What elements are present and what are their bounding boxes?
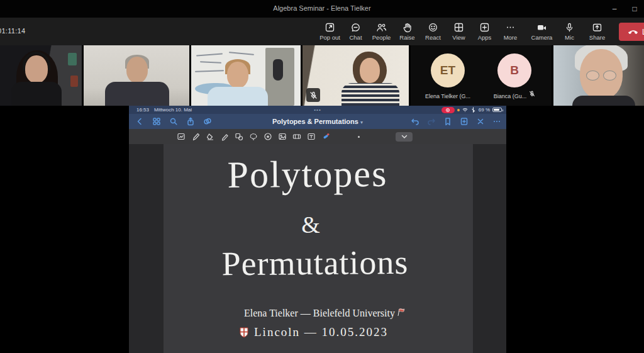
slide-title-line2: Permutations xyxy=(164,242,467,284)
highlighter-tool-button[interactable] xyxy=(220,132,229,141)
lasso-tool-button[interactable] xyxy=(249,132,258,141)
apps-button[interactable]: Apps xyxy=(473,20,496,43)
chevron-down-icon: ▾ xyxy=(360,120,363,125)
notes-app-navbar: Polytopes & Permutations ▾ xyxy=(129,114,506,129)
coat-decor xyxy=(273,59,283,81)
collapse-toolbar-button[interactable] xyxy=(396,132,413,142)
participant-video-2[interactable] xyxy=(84,45,189,106)
background-decor xyxy=(70,76,78,87)
view-icon xyxy=(453,22,464,33)
mic-off-icon xyxy=(309,91,318,99)
mic-off-icon xyxy=(529,91,535,97)
leave-button[interactable]: Leave xyxy=(619,23,644,41)
redo-button[interactable] xyxy=(427,117,436,126)
people-button[interactable]: People xyxy=(370,20,393,43)
close-button[interactable] xyxy=(476,117,485,126)
ipad-status-bar: 16:53 Mittwoch 10. Mai ••• 69 % xyxy=(129,106,506,114)
muted-indicator xyxy=(529,88,535,99)
shared-screen: 16:53 Mittwoch 10. Mai ••• 69 % Polytope… xyxy=(129,106,506,353)
window-title-bar: Algebra Seminar - Elena Tielker – □ xyxy=(0,0,644,18)
zoom-tool-button[interactable] xyxy=(177,132,186,141)
apps-icon xyxy=(479,22,490,33)
more-icon xyxy=(505,22,516,33)
participant-video-4[interactable] xyxy=(303,45,409,106)
participant-video-5[interactable] xyxy=(553,45,644,106)
notes-tool-bar xyxy=(129,129,506,144)
nav-more-button[interactable] xyxy=(492,117,501,126)
audio-participants-tile[interactable]: ET Elena Tielker (G... B Bianca (Gu... xyxy=(411,45,552,106)
avatar-initials: ET xyxy=(440,64,455,77)
participant-avatar-elena: ET Elena Tielker (G... xyxy=(423,53,472,99)
window-title: Algebra Seminar - Elena Tielker xyxy=(0,4,644,12)
meeting-toolbar: 01:11:14 Pop out Chat People Raise React… xyxy=(0,18,644,45)
people-icon xyxy=(376,22,387,33)
more-button[interactable]: More xyxy=(499,20,522,43)
window-controls: – □ xyxy=(609,0,643,18)
slide-byline: Elena Tielker — Bielefeld University xyxy=(244,308,406,319)
pop-out-button[interactable]: Pop out xyxy=(318,20,341,43)
share-icon xyxy=(592,22,602,33)
image-tool-button[interactable] xyxy=(278,132,287,141)
sticker-tool-button[interactable] xyxy=(264,132,272,141)
flag-doodle-icon xyxy=(397,308,406,317)
participant-video-3[interactable] xyxy=(191,45,301,106)
slide-title-line1: Polytopes xyxy=(164,152,452,198)
notes-canvas[interactable]: Polytopes & Permutations Elena Tielker —… xyxy=(129,144,506,353)
camera-icon xyxy=(536,22,547,33)
eraser-tool-button[interactable] xyxy=(206,132,214,141)
whiteboard-decor xyxy=(196,53,223,56)
mic-button[interactable]: Mic xyxy=(558,20,581,43)
avatar-initials: B xyxy=(510,64,519,77)
participant-name: Bianca (Gu... xyxy=(494,93,527,99)
undo-button[interactable] xyxy=(411,117,419,126)
react-icon xyxy=(428,22,438,33)
meeting-actions: Pop out Chat People Raise React View App… xyxy=(318,20,522,43)
avatar: ET xyxy=(431,53,465,87)
camera-button[interactable]: Camera xyxy=(530,20,553,43)
avatar: B xyxy=(497,53,531,87)
bookmark-button[interactable] xyxy=(443,117,452,126)
text-tool-button[interactable] xyxy=(307,132,316,141)
slide-dateline: Lincoln — 10.05.2023 xyxy=(239,325,388,339)
device-actions: Camera Mic Share xyxy=(530,20,609,43)
wifi-icon xyxy=(462,107,468,113)
raise-hand-icon xyxy=(402,22,413,33)
screen-recording-indicator[interactable] xyxy=(441,107,455,113)
muted-badge xyxy=(306,88,320,102)
pen-tool-button[interactable] xyxy=(191,132,200,141)
share-button[interactable]: Share xyxy=(586,20,609,43)
microphone-in-use-dot xyxy=(457,109,460,111)
minimize-button[interactable]: – xyxy=(609,3,620,14)
slide-title-ampersand: & xyxy=(164,211,458,238)
chat-button[interactable]: Chat xyxy=(344,20,367,43)
glasses-decor xyxy=(586,70,616,81)
tape-tool-button[interactable] xyxy=(292,132,301,141)
raise-hand-button[interactable]: Raise xyxy=(396,20,419,43)
background-decor xyxy=(68,53,77,65)
shapes-tool-button[interactable] xyxy=(235,132,243,141)
pencil-color-indicator[interactable] xyxy=(321,132,330,141)
stroke-size-dot xyxy=(358,136,360,138)
battery-icon xyxy=(492,108,502,112)
battery-percent: 69 % xyxy=(479,107,490,113)
view-button[interactable]: View xyxy=(447,20,470,43)
hang-up-icon xyxy=(628,27,638,37)
react-button[interactable]: React xyxy=(421,20,445,43)
add-page-button[interactable] xyxy=(460,117,469,126)
pop-out-icon xyxy=(325,22,335,33)
maximize-button[interactable]: □ xyxy=(629,3,640,14)
participant-name: Elena Tielker (G... xyxy=(425,93,470,99)
video-strip: ET Elena Tielker (G... B Bianca (Gu... xyxy=(0,45,644,106)
chat-icon xyxy=(350,22,361,33)
participant-video-1[interactable] xyxy=(0,45,82,106)
mic-icon xyxy=(564,22,575,33)
notebook-page: Polytopes & Permutations Elena Tielker —… xyxy=(164,144,473,353)
participant-avatar-bianca: B Bianca (Gu... xyxy=(490,53,539,99)
shield-doodle-icon xyxy=(239,327,249,338)
meeting-timer: 01:11:14 xyxy=(0,27,25,35)
bluetooth-icon xyxy=(470,107,476,113)
